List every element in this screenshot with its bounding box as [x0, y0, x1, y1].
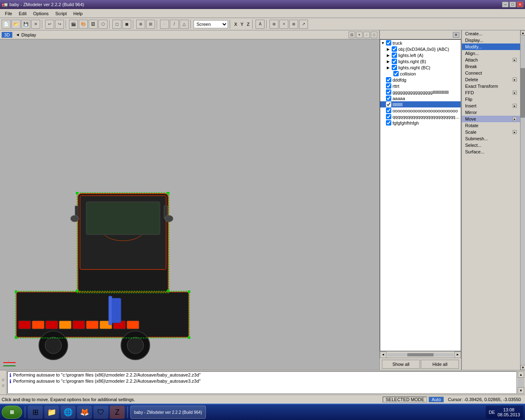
tree-item-qqqq[interactable]: ▶ qqqqqqqqqqqqqqqqqqqqqqqqqqq [380, 114, 461, 120]
props-ffd[interactable]: FFD ▸ [462, 89, 520, 96]
tree-expand-truck[interactable]: ▼ [381, 41, 386, 45]
tree-item-iiii[interactable]: ▶ llllllllll [380, 101, 461, 107]
toolbar-misc1[interactable]: A [256, 20, 265, 29]
close-button[interactable]: ✕ [517, 2, 523, 7]
props-scale[interactable]: Scale ▸ [462, 129, 520, 135]
tree-cb-qqqq[interactable] [386, 114, 391, 119]
props-modify[interactable]: Modify... [462, 43, 520, 50]
menu-script[interactable]: Script [52, 10, 70, 17]
hscroll-left-btn[interactable]: ◄ [380, 352, 386, 358]
menu-options[interactable]: Options [30, 10, 52, 17]
scene-tree[interactable]: ▼ truck ▶ obj:{0xD346A,0x0} (ABC) ▶ ligh… [380, 39, 461, 351]
tree-item-aaaaa[interactable]: ▶ aaaaa [380, 95, 461, 101]
vp-zoom-fit[interactable]: ⊡ [349, 32, 355, 38]
tree-cb-truck[interactable] [386, 40, 391, 46]
props-connect[interactable]: Connect [462, 70, 520, 76]
props-delete[interactable]: Delete ▸ [462, 76, 520, 83]
tree-item-gggg[interactable]: ▶ ggggggggggggggggllllllllllllllll [380, 89, 461, 95]
toolbar-open[interactable]: 📂 [11, 20, 21, 29]
tree-expand-obj0[interactable]: ▶ [387, 47, 392, 51]
menu-edit[interactable]: Edit [16, 10, 30, 17]
props-attach[interactable]: Attach ▸ [462, 57, 520, 63]
toolbar-align[interactable]: ⊞ [146, 20, 155, 29]
toolbar-redo[interactable]: ↪ [55, 20, 64, 29]
tree-item-dddfdg[interactable]: ▶ dddfdg [380, 77, 461, 83]
tree-item-collision[interactable]: ▶ collision [380, 71, 461, 77]
props-flip[interactable]: Flip [462, 96, 520, 103]
log-scroll-down-btn[interactable]: ▼ [518, 387, 524, 394]
tree-item-lights-left[interactable]: ▶ lights.left (A) [380, 52, 461, 58]
tree-item-rttrt[interactable]: ▶ rttrt [380, 83, 461, 89]
toolbar-snap[interactable]: ⊕ [136, 20, 145, 29]
hscroll-right-btn[interactable]: ► [454, 352, 461, 358]
toolbar-new[interactable]: 📄 [2, 20, 11, 29]
toolbar-face[interactable]: △ [180, 20, 189, 29]
viewport-3d[interactable]: DAF XF [0, 39, 379, 370]
tree-item-lights-night[interactable]: ▶ lights.night (BC) [380, 64, 461, 71]
toolbar-select-all[interactable]: ◻ [112, 20, 121, 29]
toolbar-material[interactable]: 🎨 [79, 20, 88, 29]
props-align[interactable]: Align... [462, 50, 520, 57]
tree-cb-lights-right[interactable] [392, 59, 397, 64]
props-rotate[interactable]: Rotate [462, 122, 520, 129]
tree-expand-lights-night[interactable]: ▶ [387, 66, 392, 70]
tree-cb-collision[interactable] [393, 71, 399, 76]
menu-file[interactable]: File [2, 10, 16, 17]
view-select[interactable]: Screen Perspective [194, 20, 228, 28]
tree-item-fgfg[interactable]: ▶ fgfgfghfhhfgh [380, 120, 461, 126]
toolbar-misc5[interactable]: ↗ [299, 20, 308, 29]
taskbar-icon-antivirus[interactable]: 🛡 [94, 406, 108, 419]
toolbar-wireframe[interactable]: ⬡ [98, 20, 107, 29]
tree-cb-dddfdg[interactable] [386, 77, 391, 82]
tree-cb-lights-left[interactable] [392, 52, 397, 58]
hscroll-track[interactable] [387, 353, 454, 356]
tree-cb-fgfg[interactable] [386, 120, 391, 126]
props-insert[interactable]: Insert ▸ [462, 103, 520, 109]
toolbar-misc4[interactable]: ⊗ [289, 20, 298, 29]
taskbar-icon-ie[interactable]: ⊞ [28, 406, 43, 419]
props-select[interactable]: Select... [462, 142, 520, 148]
taskbar-app-zmodeler[interactable]: baby - ZModeler ver 2.2.2 (Build 964) [130, 406, 206, 419]
props-move[interactable]: Move ▸ [462, 116, 520, 122]
vp-zoom-out[interactable]: - [363, 32, 370, 38]
start-button[interactable]: ⊞ [2, 406, 22, 419]
props-scroll-up-btn[interactable]: ▲ [520, 30, 525, 35]
props-exact-transform[interactable]: Exact Transform [462, 83, 520, 89]
tree-item-obj0[interactable]: ▶ obj:{0xD346A,0x0} (ABC) [380, 46, 461, 52]
props-submesh[interactable]: Submesh... [462, 135, 520, 142]
props-create[interactable]: Create... [462, 30, 520, 37]
toolbar-edge[interactable]: / [170, 20, 179, 29]
toolbar-vertex[interactable]: · [160, 20, 169, 29]
minimize-button[interactable]: ─ [502, 2, 509, 7]
tree-item-oooo[interactable]: ▶ oooooooooooooooooooooooooo [380, 107, 461, 114]
taskbar-icon-firefox[interactable]: 🦊 [77, 406, 92, 419]
props-mirror[interactable]: Mirror [462, 109, 520, 116]
props-surface[interactable]: Surface... [462, 148, 520, 155]
toolbar-save[interactable]: 💾 [21, 20, 30, 29]
menu-help[interactable]: Help [70, 10, 86, 17]
toolbar-undo[interactable]: ↩ [45, 20, 54, 29]
toolbar-misc3[interactable]: × [279, 20, 288, 29]
toolbar-render[interactable]: 🎬 [69, 20, 78, 29]
tree-item-truck[interactable]: ▼ truck [380, 40, 461, 46]
toolbar-close-file[interactable]: ✕ [31, 20, 40, 29]
tree-cb-lights-night[interactable] [392, 65, 397, 70]
log-scroll-up-btn[interactable]: ▲ [518, 371, 524, 378]
tree-cb-iiii[interactable] [386, 102, 391, 107]
maximize-button[interactable]: □ [509, 2, 516, 7]
tree-cb-aaaaa[interactable] [386, 96, 391, 101]
tree-cb-rttrt[interactable] [386, 83, 391, 89]
props-display[interactable]: Display... [462, 37, 520, 43]
props-break[interactable]: Break [462, 63, 520, 70]
props-scroll-track[interactable] [520, 35, 525, 365]
taskbar-icon-zmodeler[interactable]: Z [110, 406, 125, 419]
toolbar-misc2[interactable]: ⊕ [269, 20, 278, 29]
tree-expand-lights-right[interactable]: ▶ [387, 59, 392, 64]
tree-expand-lights-left[interactable]: ▶ [387, 53, 392, 57]
tree-cb-obj0[interactable] [392, 46, 397, 52]
taskbar-icon-folder[interactable]: 📁 [44, 406, 59, 419]
show-all-button[interactable]: Show all [382, 360, 420, 369]
props-scroll-down-btn[interactable]: ▼ [520, 365, 525, 370]
tree-cb-gggg[interactable] [386, 89, 391, 95]
taskbar-icon-browser1[interactable]: 🌐 [61, 406, 75, 419]
